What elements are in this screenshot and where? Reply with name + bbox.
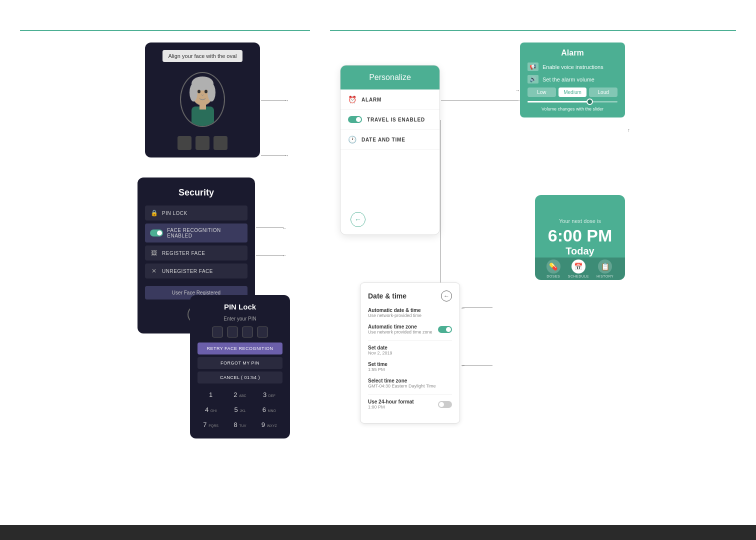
pin-key-7[interactable]: 7 PQRS <box>198 418 224 431</box>
svg-point-4 <box>198 90 200 93</box>
history-icon: 📋 <box>598 260 612 274</box>
svg-rect-7 <box>200 104 206 110</box>
register-face-label: REGISTER FACE <box>162 250 206 256</box>
arrow-head-face-scan: → <box>284 98 289 103</box>
travel-label: TRAVEL IS ENABLED <box>367 117 425 122</box>
24hr-toggle[interactable] <box>438 401 452 408</box>
volume-loud-button[interactable]: Loud <box>589 88 618 97</box>
lock-icon: 🔒 <box>150 210 158 216</box>
24hr-info: Use 24-hour format 1:00 PM <box>368 399 414 410</box>
datetime-back-button[interactable]: ← <box>441 290 452 302</box>
timezone-toggle[interactable] <box>438 326 452 333</box>
schedule-footer-item[interactable]: 📅 SCHEDULE <box>568 260 589 278</box>
pin-lock-screen: PIN Lock Enter your PIN RETRY FACE RECOG… <box>190 295 290 438</box>
pin-dot-4 <box>257 326 268 338</box>
left-section-divider <box>20 30 310 31</box>
dose-time: 6:00 PM <box>548 226 612 245</box>
personalize-screen: Personalize ⏰ ALARM TRAVEL IS ENABLED 🕐 … <box>340 65 440 235</box>
voice-instructions-label: Enable voice instructions <box>542 64 604 70</box>
auto-date-sub: Use network-provided time <box>368 313 452 318</box>
doses-footer-item[interactable]: 💊 DOSES <box>546 260 560 278</box>
alarm-label: ALARM <box>362 97 382 102</box>
face-illustration <box>172 67 232 132</box>
history-footer-item[interactable]: 📋 HISTORY <box>596 260 614 278</box>
dose-footer: 💊 DOSES 📅 SCHEDULE 📋 HISTORY <box>535 258 625 280</box>
schedule-label: SCHEDULE <box>568 274 589 278</box>
volume-buttons-row: Low Medium Loud <box>528 88 618 97</box>
arrow-head-dots: → <box>284 152 289 158</box>
set-time-sub: 1:55 PM <box>368 367 452 372</box>
divider-1 <box>368 340 452 341</box>
volume-medium-button[interactable]: Medium <box>558 88 587 97</box>
pin-lock-subtitle: Enter your PIN <box>198 316 282 322</box>
arrow-24hr-head: ← <box>460 362 466 368</box>
pin-key-5[interactable]: 5 JKL <box>226 404 253 416</box>
datetime-auto-timezone[interactable]: Automatic time zone Use network provided… <box>368 324 452 334</box>
arrow-slider-incoming: ↑ <box>628 128 630 133</box>
alarm-volume-option: 🔊 Set the alarm volume <box>528 75 618 84</box>
face-scan-tooltip: Align your face with the oval <box>162 50 243 62</box>
datetime-24hr-format[interactable]: Use 24-hour format 1:00 PM <box>368 399 452 410</box>
pin-key-8[interactable]: 8 TUV <box>226 418 253 431</box>
arrow-timezone-head: ← <box>460 305 466 310</box>
pin-dots-row <box>198 326 282 338</box>
face-scan-screen: Align your face with the oval <box>145 42 260 158</box>
select-timezone-sub: GMT-04:30 Eastern Daylight Time <box>368 384 452 388</box>
register-face-icon: 🖼 <box>150 250 158 256</box>
personalize-datetime[interactable]: 🕐 DATE AND TIME <box>340 130 440 150</box>
datetime-set-time[interactable]: Set time 1:55 PM <box>368 362 452 372</box>
personalize-back-button[interactable]: ← <box>350 212 366 227</box>
pin-key-1[interactable]: 1 <box>198 388 224 401</box>
security-register-face[interactable]: 🖼 REGISTER FACE <box>145 246 248 260</box>
arrow-alarm-incoming: → <box>515 88 520 93</box>
unregister-face-icon: ✕ <box>150 268 158 274</box>
personalize-header: Personalize <box>340 66 440 90</box>
datetime-set-date[interactable]: Set date Nov 2, 2019 <box>368 345 452 356</box>
datetime-auto-date[interactable]: Automatic date & time Use network-provid… <box>368 308 452 318</box>
set-date-sub: Nov 2, 2019 <box>368 350 452 356</box>
pin-lock-label: PIN LOCK <box>162 210 188 216</box>
datetime-screen: Date & time ← Automatic date & time Use … <box>360 282 460 424</box>
doses-label: DOSES <box>546 274 560 278</box>
pin-key-2[interactable]: 2 ABC <box>226 388 253 401</box>
cancel-button[interactable]: CANCEL ( 01:54 ) <box>198 372 282 384</box>
right-section-divider <box>330 30 736 31</box>
datetime-icon: 🕐 <box>348 136 356 144</box>
datetime-select-timezone[interactable]: Select time zone GMT-04:30 Eastern Dayli… <box>368 378 452 388</box>
pin-key-4[interactable]: 4 GHI <box>198 404 224 416</box>
pin-key-3[interactable]: 3 DEF <box>256 388 282 401</box>
arrow-face-scan <box>261 100 286 100</box>
face-scan-dot-1 <box>178 136 192 150</box>
security-face-recognition[interactable]: FACE RECOGNITION ENABLED <box>145 224 248 242</box>
pin-key-9[interactable]: 9 WXYZ <box>256 418 282 431</box>
security-pin-lock[interactable]: 🔒 PIN LOCK <box>145 206 248 220</box>
volume-low-button[interactable]: Low <box>528 88 556 97</box>
set-time-title: Set time <box>368 362 452 367</box>
face-scan-dot-2 <box>196 136 210 150</box>
pin-key-6[interactable]: 6 MNO <box>256 404 282 416</box>
history-label: HISTORY <box>596 274 614 278</box>
security-unregister-face[interactable]: ✕ UNREGISTER FACE <box>145 264 248 278</box>
pin-dot-3 <box>242 326 253 338</box>
schedule-icon: 📅 <box>572 260 586 274</box>
auto-timezone-title: Automatic time zone <box>368 324 432 330</box>
forgot-pin-button[interactable]: FORGOT MY PIN <box>198 357 282 369</box>
arrow-unregister <box>256 228 284 228</box>
personalize-alarm[interactable]: ⏰ ALARM <box>340 90 440 110</box>
retry-face-recognition-button[interactable]: RETRY FACE RECOGNITION <box>198 342 282 354</box>
select-timezone-title: Select time zone <box>368 378 452 384</box>
divider-2 <box>368 394 452 395</box>
alarm-panel: Alarm 📢 Enable voice instructions 🔊 Set … <box>520 42 625 118</box>
face-scan-dots <box>178 136 228 150</box>
timezone-info: Automatic time zone Use network provided… <box>368 324 432 334</box>
personalize-travel[interactable]: TRAVEL IS ENABLED <box>340 110 440 130</box>
slider-thumb[interactable] <box>586 98 593 105</box>
volume-slider[interactable] <box>528 101 618 102</box>
bottom-bar <box>0 525 756 540</box>
arrow-timezone-h <box>462 308 492 308</box>
doses-icon: 💊 <box>546 260 560 274</box>
pin-numpad: 1 2 ABC 3 DEF 4 GHI 5 JKL 6 MNO 7 PQRS 8… <box>198 388 282 431</box>
travel-toggle[interactable] <box>348 116 362 123</box>
voice-icon: 📢 <box>528 62 538 71</box>
face-recognition-toggle[interactable] <box>150 230 163 236</box>
